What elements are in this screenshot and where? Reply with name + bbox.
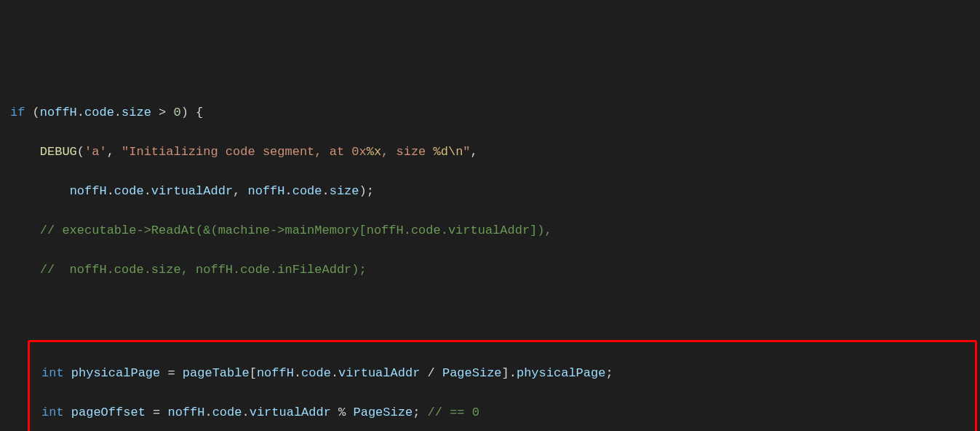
code-line[interactable]: // executable->ReadAt(&(machine->mainMem… xyxy=(0,221,980,240)
code-line[interactable]: if (noffH.code.size > 0) { xyxy=(0,103,980,122)
code-line[interactable]: // noffH.code.size, noffH.code.inFileAdd… xyxy=(0,260,980,280)
code-line[interactable]: int physicalPage = pageTable[noffH.code.… xyxy=(30,363,975,383)
highlight-box-code: int physicalPage = pageTable[noffH.code.… xyxy=(28,340,977,431)
code-editor[interactable]: if (noffH.code.size > 0) { DEBUG('a', "I… xyxy=(0,83,980,431)
code-line[interactable]: DEBUG('a', "Initializing code segment, a… xyxy=(0,142,980,162)
code-line[interactable]: noffH.code.virtualAddr, noffH.code.size)… xyxy=(0,181,980,201)
code-line[interactable] xyxy=(0,299,980,319)
code-line[interactable]: int pageOffset = noffH.code.virtualAddr … xyxy=(30,403,975,422)
